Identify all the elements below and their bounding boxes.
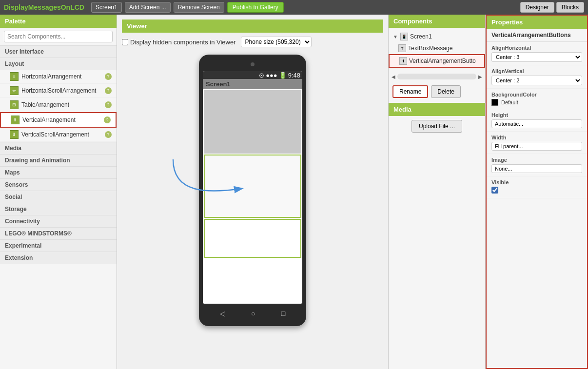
hidden-components-checkbox-label: Display hidden components in Viewer — [122, 39, 236, 46]
align-horizontal-select[interactable]: Center : 3 — [491, 52, 582, 62]
viewer-panel: Viewer Display hidden components in View… — [117, 15, 388, 369]
comp-textbox[interactable]: T TextBoxMessage — [389, 42, 485, 54]
comp-screen1[interactable]: ▼ 📱 Screen1 — [389, 31, 485, 42]
table-arrangement-help-icon[interactable]: ? — [105, 101, 112, 108]
phone-content — [203, 89, 302, 304]
remove-screen-button[interactable]: Remove Screen — [174, 2, 224, 13]
phone-status-bar: ⊙ ●●● 🔋 9:48 — [203, 71, 302, 79]
visible-checkbox[interactable] — [491, 187, 498, 194]
scroll-left-icon[interactable]: ◀ — [392, 74, 395, 79]
horizontal-arrangement-icon: ≡ — [10, 72, 19, 81]
vertical-arrangement-comp-icon: ⬆ — [399, 57, 407, 65]
width-input[interactable] — [491, 142, 582, 151]
prop-visible-label: Visible — [491, 179, 582, 185]
viewer-controls: Display hidden components in Viewer Phon… — [122, 37, 383, 47]
height-input[interactable] — [491, 119, 582, 128]
phone-wrapper: ⊙ ●●● 🔋 9:48 Screen1 ◁ — [122, 52, 383, 326]
phone-top-bar — [203, 59, 302, 69]
home-nav-icon[interactable]: ○ — [251, 310, 255, 317]
app-title: DisplayMessagesOnLCD — [4, 3, 84, 11]
palette-section-storage: Storage — [0, 203, 117, 215]
align-vertical-select[interactable]: Center : 2 — [491, 76, 582, 85]
table-arrangement-icon: ⊞ — [10, 100, 19, 109]
palette-panel: Palette User Interface Layout ≡ Horizont… — [0, 15, 117, 369]
header: DisplayMessagesOnLCD Screen1 Add Screen … — [0, 0, 588, 15]
palette-section-experimental: Experimental — [0, 239, 117, 252]
expand-icon[interactable]: ▼ — [392, 34, 398, 39]
rename-button[interactable]: Rename — [392, 85, 428, 98]
blocks-button[interactable]: Blocks — [556, 2, 584, 13]
prop-height-label: Height — [491, 112, 582, 118]
prop-align-horizontal: AlignHorizontal Center : 3 — [487, 42, 587, 65]
upload-file-button[interactable]: Upload File ... — [412, 120, 462, 133]
palette-section-lego: LEGO® MINDSTORMS® — [0, 227, 117, 239]
hidden-components-checkbox[interactable] — [122, 39, 128, 45]
screen1-button[interactable]: Screen1 — [91, 2, 122, 13]
phone-time: 9:48 — [288, 72, 300, 79]
components-scrollbar-area: ◀ ▶ — [389, 71, 485, 82]
publish-button[interactable]: Publish to Gallery — [227, 2, 284, 13]
palette-item-hscroll[interactable]: ⇔ HorizontalScrollArrangement ? — [0, 84, 117, 98]
palette-item-table[interactable]: ⊞ TableArrangement ? — [0, 98, 117, 112]
search-input[interactable] — [4, 31, 113, 42]
back-nav-icon[interactable]: ◁ — [220, 310, 225, 317]
properties-panel: Properties VerticalArrangementButtons Al… — [486, 15, 588, 369]
palette-item-vscroll[interactable]: ⬇ VerticalScrollArrangement ? — [0, 128, 117, 142]
properties-header: Properties — [487, 16, 587, 29]
viewer-header: Viewer — [122, 19, 383, 33]
palette-section-media: Media — [0, 142, 117, 154]
phone-nav-bar: ◁ ○ □ — [203, 306, 302, 321]
phone-size-select[interactable]: Phone size (505,320) Tablet size — [241, 37, 312, 47]
vscroll-arrangement-label: VerticalScrollArrangement — [21, 131, 102, 138]
prop-image: Image — [487, 154, 587, 176]
wifi-icon: ⊙ — [259, 72, 264, 79]
main-layout: Palette User Interface Layout ≡ Horizont… — [0, 15, 588, 369]
vertical-arrangement-help-icon[interactable]: ? — [104, 117, 111, 123]
prop-image-label: Image — [491, 157, 582, 163]
palette-section-social: Social — [0, 191, 117, 203]
image-input[interactable] — [491, 164, 582, 173]
palette-item-vertical[interactable]: ⬆ VerticalArrangement ? — [0, 112, 117, 128]
palette-section-extension: Extension — [0, 252, 117, 264]
vertical-arrangement-label: VerticalArrangement — [22, 117, 101, 123]
components-panel: Components ▼ 📱 Screen1 T TextBoxMessage … — [388, 15, 486, 369]
prop-align-horizontal-label: AlignHorizontal — [491, 45, 582, 51]
components-header: Components — [389, 15, 485, 28]
component-tree: ▼ 📱 Screen1 T TextBoxMessage ⬆ VerticalA… — [389, 28, 485, 71]
prop-bg-color: BackgroundColor Default — [487, 89, 587, 109]
recents-nav-icon[interactable]: □ — [281, 310, 285, 317]
hscroll-arrangement-icon: ⇔ — [10, 86, 19, 95]
vscroll-arrangement-icon: ⬇ — [10, 130, 19, 139]
phone-section-white-border — [204, 219, 301, 258]
media-header: Media — [389, 103, 485, 116]
horizontal-arrangement-help-icon[interactable]: ? — [105, 73, 112, 80]
prop-width: Width — [487, 132, 587, 154]
prop-align-vertical: AlignVertical Center : 2 — [487, 65, 587, 89]
component-actions: Rename Delete — [389, 82, 485, 101]
header-right: Designer Blocks — [520, 2, 584, 13]
add-screen-button[interactable]: Add Screen ... — [125, 2, 171, 13]
designer-button[interactable]: Designer — [520, 2, 554, 13]
delete-button[interactable]: Delete — [431, 85, 461, 98]
table-arrangement-label: TableArrangement — [21, 101, 102, 108]
phone-title-bar: Screen1 — [203, 79, 302, 89]
prop-bg-color-row: Default — [491, 99, 582, 106]
palette-section-sensors: Sensors — [0, 178, 117, 191]
palette-section-maps: Maps — [0, 166, 117, 178]
palette-header: Palette — [0, 15, 117, 28]
palette-item-horizontal[interactable]: ≡ HorizontalArrangement ? — [0, 70, 117, 84]
scroll-right-icon[interactable]: ▶ — [478, 74, 482, 79]
prop-visible: Visible — [487, 176, 587, 198]
textbox-icon: T — [398, 44, 406, 52]
vscroll-arrangement-help-icon[interactable]: ? — [105, 131, 112, 138]
bg-color-swatch[interactable] — [491, 99, 498, 106]
prop-width-label: Width — [491, 135, 582, 140]
prop-bg-color-label: BackgroundColor — [491, 92, 582, 97]
palette-section-drawing: Drawing and Animation — [0, 154, 117, 166]
components-scrollbar[interactable] — [397, 74, 476, 79]
hscroll-arrangement-help-icon[interactable]: ? — [105, 87, 112, 94]
prop-align-vertical-label: AlignVertical — [491, 68, 582, 74]
battery-icon: 🔋 — [279, 72, 287, 79]
hscroll-arrangement-label: HorizontalScrollArrangement — [21, 87, 102, 94]
comp-vertical-arrangement[interactable]: ⬆ VerticalArrangementButto — [389, 54, 485, 68]
